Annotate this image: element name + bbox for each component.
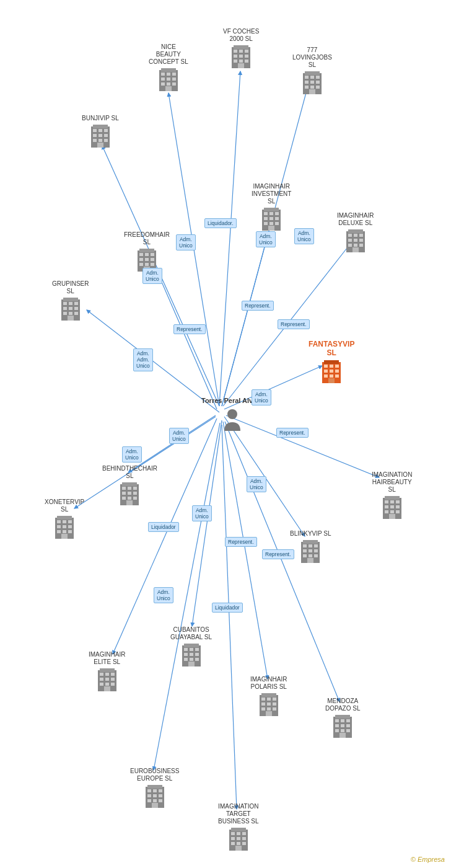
svg-rect-37 [161, 78, 165, 81]
svg-rect-127 [328, 378, 335, 383]
svg-rect-139 [126, 500, 133, 505]
label-vf-coches: VF COCHES2000 SL [223, 28, 259, 43]
svg-rect-129 [122, 482, 137, 486]
node-blinkyvip[interactable]: BLINKYVIP SL [290, 530, 331, 563]
svg-rect-242 [237, 837, 240, 840]
node-xonetervip[interactable]: XONETERVIPSL [45, 498, 84, 539]
svg-rect-235 [152, 803, 158, 808]
building-icon-eurobusiness [144, 784, 165, 808]
svg-rect-159 [396, 505, 400, 508]
svg-rect-141 [57, 516, 72, 520]
svg-rect-213 [335, 715, 350, 719]
node-imaginhair-deluxe[interactable]: IMAGINHAIRDELUXE SL [337, 212, 374, 252]
node-freedomhair[interactable]: FREEDOMHAIRSL [124, 231, 170, 272]
svg-rect-217 [335, 724, 339, 727]
svg-rect-142 [57, 520, 61, 523]
svg-rect-98 [354, 239, 357, 242]
node-behindthechair[interactable]: BEHINDTHECHAIRSL [102, 465, 157, 505]
building-icon-vf-coches [230, 45, 252, 68]
svg-rect-21 [234, 45, 248, 49]
svg-rect-60 [74, 302, 78, 305]
svg-rect-47 [99, 129, 102, 132]
label-blinkyvip: BLINKYVIP SL [290, 530, 331, 538]
svg-line-0 [219, 71, 240, 406]
svg-rect-226 [147, 789, 151, 792]
label-bunjivip: BUNJIVIP SL [82, 115, 119, 122]
node-imaginhair-elite[interactable]: IMAGINHAIRELITE SL [89, 651, 125, 691]
svg-rect-38 [167, 78, 170, 81]
node-imaginhair-investment[interactable]: IMAGINHAIRINVESTMENTSL [252, 183, 291, 231]
svg-rect-210 [273, 707, 276, 711]
svg-rect-77 [145, 263, 149, 266]
svg-line-18 [222, 425, 237, 809]
svg-rect-124 [324, 374, 328, 378]
node-grupinser[interactable]: GRUPINSERSL [52, 280, 89, 321]
node-imagination-target[interactable]: IMAGINATIONTARGETBUSINESS SL [218, 803, 259, 851]
svg-rect-246 [242, 842, 246, 845]
svg-rect-91 [268, 226, 274, 231]
svg-rect-95 [354, 234, 357, 237]
svg-rect-209 [267, 707, 271, 711]
svg-rect-113 [310, 86, 314, 89]
badge-adm-unico-fantasyvip: Adm.Unico [252, 389, 271, 405]
node-imagination-hairbeauty[interactable]: IMAGINATIONHAIRBEAUTYSL [372, 471, 412, 519]
badge-liquidador-2: Liquidador [148, 522, 179, 532]
svg-rect-183 [195, 653, 199, 656]
svg-rect-168 [314, 544, 318, 547]
node-777-lovingjobs[interactable]: 777LOVINGJOBSSL [292, 46, 332, 94]
label-mendoza-dopazo: MENDOZADOPAZO SL [325, 698, 361, 712]
svg-rect-228 [159, 789, 162, 792]
node-nice-beauty[interactable]: NICEBEAUTYCONCEPT SL [149, 43, 188, 91]
svg-rect-23 [239, 50, 243, 53]
svg-point-19 [227, 409, 237, 419]
badge-represent-5: Represent. [225, 537, 257, 547]
badge-liquidador-1: Liquidador. [204, 218, 237, 228]
node-bunjivip[interactable]: BUNJIVIP SL [82, 115, 119, 148]
svg-rect-238 [231, 832, 235, 835]
svg-rect-222 [346, 729, 350, 732]
svg-rect-71 [145, 253, 149, 256]
svg-rect-187 [188, 662, 195, 666]
svg-rect-161 [390, 510, 394, 513]
svg-rect-57 [63, 298, 78, 301]
label-imagination-hairbeauty: IMAGINATIONHAIRBEAUTYSL [372, 471, 412, 494]
svg-rect-36 [172, 73, 176, 76]
label-behindthechair: BEHINDTHECHAIRSL [102, 465, 157, 480]
node-imaginhair-polaris[interactable]: IMAGINHAIRPOLARIS SL [250, 676, 287, 716]
svg-rect-58 [63, 302, 67, 305]
label-imagination-target: IMAGINATIONTARGETBUSINESS SL [218, 803, 259, 825]
svg-rect-185 [190, 658, 193, 661]
node-mendoza-dopazo[interactable]: MENDOZADOPAZO SL [325, 698, 361, 738]
svg-rect-28 [234, 60, 237, 63]
svg-rect-111 [316, 81, 320, 84]
svg-rect-105 [305, 71, 320, 75]
svg-rect-205 [261, 702, 265, 706]
svg-rect-87 [275, 217, 279, 220]
building-icon-imaginhair-deluxe [345, 229, 366, 252]
svg-rect-192 [111, 673, 115, 676]
svg-line-13 [192, 420, 222, 626]
label-fantasyvip: FANTASYVIPSL [309, 340, 354, 358]
svg-rect-94 [348, 234, 352, 237]
svg-rect-72 [151, 253, 154, 256]
svg-rect-194 [105, 678, 109, 681]
svg-rect-220 [335, 729, 339, 732]
svg-rect-177 [184, 644, 199, 647]
svg-rect-215 [341, 719, 344, 722]
svg-rect-162 [396, 510, 400, 513]
node-eurobusiness[interactable]: EUROBUSINESSEUROPE SL [130, 768, 179, 808]
node-vf-coches[interactable]: VF COCHES2000 SL [223, 28, 259, 68]
svg-rect-137 [128, 497, 131, 500]
node-fantasyvip[interactable]: FANTASYVIPSL [309, 340, 354, 383]
svg-rect-199 [104, 686, 110, 691]
svg-rect-102 [359, 244, 363, 247]
svg-line-15 [223, 422, 268, 679]
svg-rect-48 [104, 129, 108, 132]
node-cubanitos[interactable]: CUBANITOSGUAYABAL SL [170, 626, 212, 666]
building-icon-cubanitos [181, 643, 202, 666]
svg-rect-93 [348, 229, 363, 233]
building-icon-imaginhair-inv [261, 207, 282, 231]
svg-rect-31 [238, 63, 244, 68]
svg-rect-82 [264, 212, 268, 215]
svg-rect-86 [269, 217, 273, 220]
